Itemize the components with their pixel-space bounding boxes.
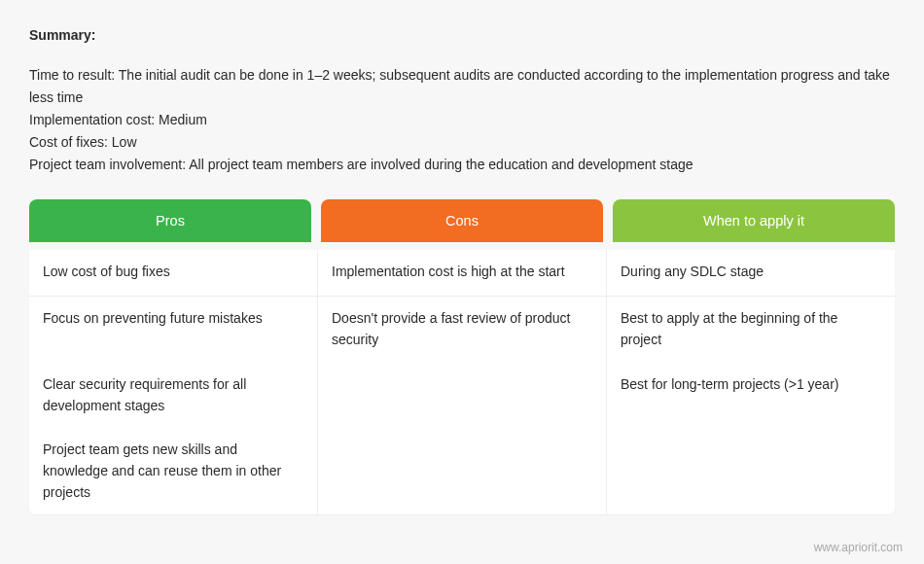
cell-when: During any SDLC stage (607, 250, 895, 297)
header-when: When to apply it (613, 199, 895, 242)
summary-time-to-result: Time to result: The initial audit can be… (29, 64, 895, 109)
cell-when: Best to apply at the beginning of the pr… (607, 297, 895, 362)
footer-link: www.apriorit.com (814, 541, 903, 554)
cell-cons: Doesn't provide a fast review of product… (318, 297, 607, 362)
cell-pros: Project team gets new skills and knowled… (29, 428, 318, 514)
cell-when: Best for long-term projects (>1 year) (607, 363, 895, 428)
summary-team-involvement: Project team involvement: All project te… (29, 154, 895, 176)
header-pros: Pros (29, 199, 311, 242)
cell-pros: Clear security requirements for all deve… (29, 363, 318, 428)
table-row: Focus on preventing future mistakes Does… (29, 297, 895, 362)
summary-title: Summary: (29, 27, 895, 43)
cell-cons: Implementation cost is high at the start (318, 250, 607, 297)
summary-block: Time to result: The initial audit can be… (29, 64, 895, 176)
summary-implementation-cost: Implementation cost: Medium (29, 109, 895, 131)
table-row: Low cost of bug fixes Implementation cos… (29, 250, 895, 297)
cell-pros: Focus on preventing future mistakes (29, 297, 318, 362)
table-body: Low cost of bug fixes Implementation cos… (29, 250, 895, 514)
cell-when (607, 428, 895, 514)
cell-cons (318, 428, 607, 514)
cell-pros: Low cost of bug fixes (29, 250, 318, 297)
table-headers: Pros Cons When to apply it (29, 199, 895, 242)
table-row: Clear security requirements for all deve… (29, 363, 895, 428)
table-row: Project team gets new skills and knowled… (29, 428, 895, 514)
header-cons: Cons (321, 199, 603, 242)
summary-cost-of-fixes: Cost of fixes: Low (29, 131, 895, 154)
cell-cons (318, 363, 607, 428)
